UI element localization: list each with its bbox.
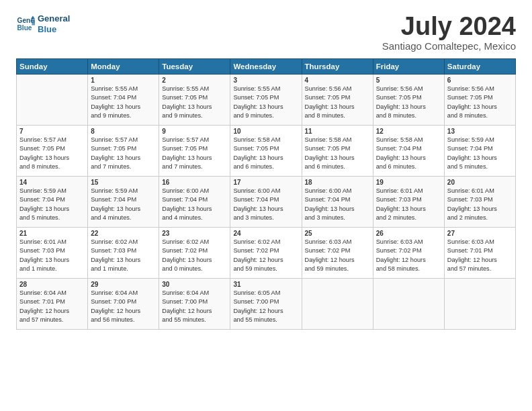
logo: General Blue General Blue — [16, 13, 70, 34]
daylight: Daylight: 13 hoursand 8 minutes. — [19, 154, 69, 170]
sunset: Sunset: 7:04 PM — [91, 94, 136, 101]
day-number: 3 — [233, 77, 298, 84]
sunrise: Sunrise: 6:01 AM — [447, 187, 494, 194]
day-info: Sunrise: 6:02 AMSunset: 7:03 PMDaylight:… — [91, 238, 156, 273]
week-row-4: 21Sunrise: 6:01 AMSunset: 7:03 PMDayligh… — [17, 228, 516, 279]
day-info: Sunrise: 5:58 AMSunset: 7:04 PMDaylight:… — [376, 136, 441, 171]
calendar-cell: 3Sunrise: 5:55 AMSunset: 7:05 PMDaylight… — [230, 75, 302, 126]
day-info: Sunrise: 6:03 AMSunset: 7:02 PMDaylight:… — [305, 238, 370, 273]
sunrise: Sunrise: 5:57 AM — [162, 136, 209, 143]
calendar-cell: 8Sunrise: 5:57 AMSunset: 7:05 PMDaylight… — [88, 126, 159, 177]
calendar-cell — [17, 75, 88, 126]
day-number: 15 — [91, 179, 156, 186]
day-number: 21 — [19, 230, 85, 237]
calendar-cell: 20Sunrise: 6:01 AMSunset: 7:03 PMDayligh… — [444, 177, 515, 228]
day-info: Sunrise: 6:03 AMSunset: 7:02 PMDaylight:… — [376, 238, 441, 273]
logo-icon: General Blue — [16, 15, 35, 34]
day-info: Sunrise: 6:02 AMSunset: 7:02 PMDaylight:… — [233, 238, 298, 273]
calendar-cell: 24Sunrise: 6:02 AMSunset: 7:02 PMDayligh… — [230, 228, 302, 279]
sunrise: Sunrise: 5:57 AM — [91, 136, 138, 143]
day-info: Sunrise: 5:58 AMSunset: 7:05 PMDaylight:… — [233, 136, 298, 171]
day-number: 27 — [447, 230, 513, 237]
sunset: Sunset: 7:04 PM — [233, 196, 279, 203]
day-header-wednesday: Wednesday — [230, 59, 302, 75]
daylight: Daylight: 13 hoursand 1 minute. — [19, 257, 69, 272]
calendar-cell: 12Sunrise: 5:58 AMSunset: 7:04 PMDayligh… — [373, 126, 444, 177]
day-header-thursday: Thursday — [302, 59, 373, 75]
daylight: Daylight: 12 hoursand 55 minutes. — [233, 308, 283, 323]
calendar-cell: 16Sunrise: 6:00 AMSunset: 7:04 PMDayligh… — [159, 177, 230, 228]
day-number: 23 — [162, 230, 227, 237]
day-number: 18 — [305, 179, 370, 186]
day-number: 17 — [233, 179, 298, 186]
sunset: Sunset: 7:00 PM — [91, 298, 136, 305]
daylight: Daylight: 12 hoursand 59 minutes. — [305, 257, 355, 272]
daylight: Daylight: 12 hoursand 57 minutes. — [447, 257, 497, 272]
daylight: Daylight: 13 hoursand 6 minutes. — [233, 154, 283, 170]
sunset: Sunset: 7:04 PM — [305, 196, 351, 203]
daylight: Daylight: 13 hoursand 9 minutes. — [233, 103, 283, 119]
calendar-cell: 26Sunrise: 6:03 AMSunset: 7:02 PMDayligh… — [373, 228, 444, 279]
day-number: 4 — [305, 77, 370, 84]
sunset: Sunset: 7:02 PM — [305, 247, 351, 254]
day-info: Sunrise: 5:57 AMSunset: 7:05 PMDaylight:… — [19, 136, 85, 171]
day-info: Sunrise: 6:00 AMSunset: 7:04 PMDaylight:… — [233, 187, 298, 222]
daylight: Daylight: 13 hoursand 3 minutes. — [233, 205, 283, 221]
calendar-table: SundayMondayTuesdayWednesdayThursdayFrid… — [16, 58, 516, 330]
title-block: July 2024 Santiago Comaltepec, Mexico — [382, 13, 516, 52]
day-info: Sunrise: 6:04 AMSunset: 7:00 PMDaylight:… — [91, 289, 156, 324]
day-number: 1 — [91, 77, 156, 84]
sunset: Sunset: 7:00 PM — [162, 298, 208, 305]
daylight: Daylight: 13 hoursand 5 minutes. — [447, 154, 497, 170]
calendar-cell: 29Sunrise: 6:04 AMSunset: 7:00 PMDayligh… — [88, 279, 159, 330]
sunset: Sunset: 7:04 PM — [447, 145, 493, 152]
daylight: Daylight: 13 hoursand 7 minutes. — [91, 154, 140, 170]
svg-text:Blue: Blue — [17, 24, 32, 32]
sunset: Sunset: 7:05 PM — [162, 94, 208, 101]
week-row-2: 7Sunrise: 5:57 AMSunset: 7:05 PMDaylight… — [17, 126, 516, 177]
sunrise: Sunrise: 5:55 AM — [91, 85, 138, 92]
daylight: Daylight: 12 hoursand 56 minutes. — [91, 308, 140, 323]
sunset: Sunset: 7:04 PM — [19, 196, 65, 203]
day-header-monday: Monday — [88, 59, 159, 75]
daylight: Daylight: 13 hoursand 2 minutes. — [376, 205, 426, 221]
sunrise: Sunrise: 6:00 AM — [162, 187, 209, 194]
day-number: 19 — [376, 179, 441, 186]
day-number: 12 — [376, 128, 441, 135]
sunset: Sunset: 7:05 PM — [233, 145, 279, 152]
calendar-cell: 2Sunrise: 5:55 AMSunset: 7:05 PMDaylight… — [159, 75, 230, 126]
day-info: Sunrise: 5:55 AMSunset: 7:05 PMDaylight:… — [162, 85, 227, 120]
calendar-cell: 9Sunrise: 5:57 AMSunset: 7:05 PMDaylight… — [159, 126, 230, 177]
sunset: Sunset: 7:04 PM — [91, 196, 136, 203]
sunrise: Sunrise: 6:01 AM — [19, 238, 66, 245]
day-header-friday: Friday — [373, 59, 444, 75]
day-info: Sunrise: 5:55 AMSunset: 7:05 PMDaylight:… — [233, 85, 298, 120]
sunset: Sunset: 7:03 PM — [376, 196, 422, 203]
calendar-cell: 25Sunrise: 6:03 AMSunset: 7:02 PMDayligh… — [302, 228, 373, 279]
logo-line2: Blue — [38, 24, 70, 35]
day-info: Sunrise: 6:00 AMSunset: 7:04 PMDaylight:… — [305, 187, 370, 222]
calendar-cell: 10Sunrise: 5:58 AMSunset: 7:05 PMDayligh… — [230, 126, 302, 177]
sunrise: Sunrise: 6:02 AM — [91, 238, 138, 245]
sunrise: Sunrise: 5:59 AM — [447, 136, 494, 143]
calendar-cell: 27Sunrise: 6:03 AMSunset: 7:01 PMDayligh… — [444, 228, 515, 279]
sunrise: Sunrise: 5:58 AM — [233, 136, 280, 143]
sunrise: Sunrise: 5:56 AM — [376, 85, 423, 92]
calendar-cell: 22Sunrise: 6:02 AMSunset: 7:03 PMDayligh… — [88, 228, 159, 279]
sunset: Sunset: 7:05 PM — [376, 94, 422, 101]
sunrise: Sunrise: 5:57 AM — [19, 136, 66, 143]
day-number: 22 — [91, 230, 156, 237]
week-row-1: 1Sunrise: 5:55 AMSunset: 7:04 PMDaylight… — [17, 75, 516, 126]
day-number: 16 — [162, 179, 227, 186]
day-info: Sunrise: 6:01 AMSunset: 7:03 PMDaylight:… — [19, 238, 85, 273]
sunrise: Sunrise: 6:03 AM — [376, 238, 423, 245]
daylight: Daylight: 13 hoursand 3 minutes. — [305, 205, 355, 221]
daylight: Daylight: 13 hoursand 0 minutes. — [162, 257, 212, 272]
sunset: Sunset: 7:03 PM — [19, 247, 65, 254]
daylight: Daylight: 12 hoursand 58 minutes. — [376, 257, 426, 272]
day-info: Sunrise: 6:03 AMSunset: 7:01 PMDaylight:… — [447, 238, 513, 273]
sunset: Sunset: 7:00 PM — [233, 298, 279, 305]
daylight: Daylight: 12 hoursand 57 minutes. — [19, 308, 69, 323]
sunrise: Sunrise: 5:59 AM — [91, 187, 138, 194]
day-info: Sunrise: 5:59 AMSunset: 7:04 PMDaylight:… — [19, 187, 85, 222]
